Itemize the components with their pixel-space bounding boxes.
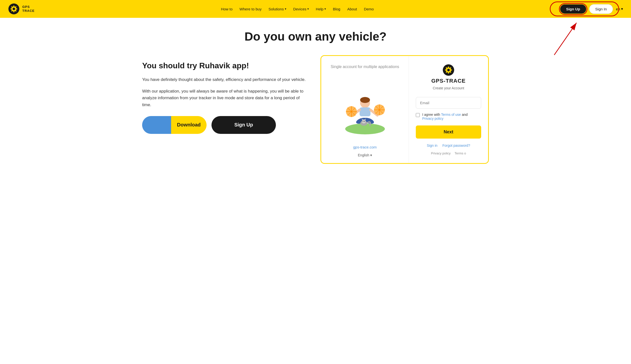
left-text-area: You should try Ruhavik app! You have def… — [142, 55, 308, 164]
download-button[interactable]: Download — [142, 116, 206, 134]
signin-button[interactable]: Sign In — [589, 4, 613, 14]
svg-line-7 — [554, 23, 576, 55]
signup-button[interactable]: Sign Up — [560, 4, 586, 14]
navbar: GPS TRACE How to Where to buy Solutions … — [0, 0, 631, 18]
download-yellow-part: Download — [171, 116, 206, 134]
page-title: Do you own any vehicle? — [244, 30, 386, 43]
terms-of-use-link[interactable]: Terms of use — [441, 112, 461, 116]
nav-help[interactable]: Help — [316, 7, 326, 11]
nav-blog[interactable]: Blog — [333, 7, 340, 11]
panel-forgot-link[interactable]: Forgot password? — [442, 144, 470, 148]
panel-signin-link[interactable]: Sign in — [427, 144, 438, 148]
next-button[interactable]: Next — [416, 126, 481, 138]
svg-point-5 — [13, 8, 15, 10]
main-content: Do you own any vehicle? You should try R… — [0, 18, 631, 364]
nav-solutions[interactable]: Solutions — [268, 7, 286, 11]
chevron-down-small-icon: ▾ — [370, 153, 372, 157]
panel-logo: GPS-TRACE — [431, 64, 466, 84]
left-heading: You should try Ruhavik app! — [142, 61, 308, 70]
privacy-policy-link[interactable]: Privacy policy — [422, 116, 444, 120]
left-paragraph2: With our application, you will always be… — [142, 88, 308, 108]
svg-rect-11 — [360, 108, 371, 116]
panel-left: Single account for multiple applications — [321, 56, 409, 163]
nav-about[interactable]: About — [347, 7, 357, 11]
illustration — [338, 80, 392, 141]
email-input[interactable] — [416, 97, 481, 109]
panel-privacy-row: Privacy policy Terms o — [431, 152, 466, 155]
red-arrow-icon — [552, 18, 581, 58]
svg-point-10 — [360, 97, 370, 103]
cta-buttons: Download Sign Up — [142, 116, 308, 134]
logo-text: GPS TRACE — [22, 5, 35, 12]
panel-subtitle: Create your Account — [433, 86, 464, 90]
terms-checkbox[interactable] — [416, 113, 420, 117]
svg-point-20 — [363, 121, 363, 122]
nav-devices[interactable]: Devices — [293, 7, 309, 11]
language-selector[interactable]: en ▾ — [616, 7, 623, 11]
nav-links: How to Where to buy Solutions Devices He… — [221, 7, 374, 11]
panel-terms-link[interactable]: Terms o — [455, 152, 466, 155]
svg-point-21 — [364, 121, 365, 122]
panel-privacy-link[interactable]: Privacy policy — [431, 152, 450, 155]
nav-how-to[interactable]: How to — [221, 7, 232, 11]
nav-where-to-buy[interactable]: Where to buy — [239, 7, 261, 11]
svg-point-37 — [447, 69, 450, 71]
panel-footer-links: Sign in Forgot password? — [427, 144, 470, 148]
panel-single-account-text: Single account for multiple applications — [331, 64, 399, 70]
left-paragraph1: You have definitely thought about the sa… — [142, 76, 308, 83]
lower-section: You should try Ruhavik app! You have def… — [142, 55, 489, 164]
logo[interactable]: GPS TRACE — [8, 3, 35, 15]
panel-right: GPS-TRACE Create your Account I agree wi… — [409, 56, 488, 163]
panel-logo-text: GPS-TRACE — [431, 78, 466, 84]
nav-right: Sign Up Sign In en ▾ — [560, 4, 623, 14]
nav-demo[interactable]: Demo — [364, 7, 374, 11]
terms-row: I agree with Terms of use and Privacy po… — [416, 112, 481, 120]
language-panel-selector[interactable]: English ▾ — [358, 153, 372, 157]
signup-cta-button[interactable]: Sign Up — [211, 116, 276, 134]
gps-trace-logo-icon — [8, 3, 20, 15]
chevron-down-icon: ▾ — [621, 7, 623, 11]
gps-trace-link[interactable]: gps-trace.com — [353, 145, 377, 149]
right-panel: Single account for multiple applications — [321, 55, 489, 164]
download-blue-part — [142, 116, 171, 134]
panel-logo-icon — [442, 64, 455, 76]
